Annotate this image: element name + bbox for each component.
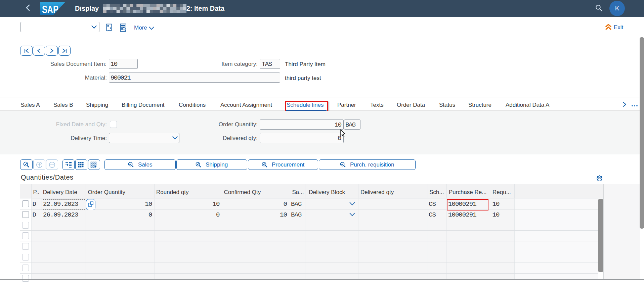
svg-text:SAP: SAP [42,4,58,15]
